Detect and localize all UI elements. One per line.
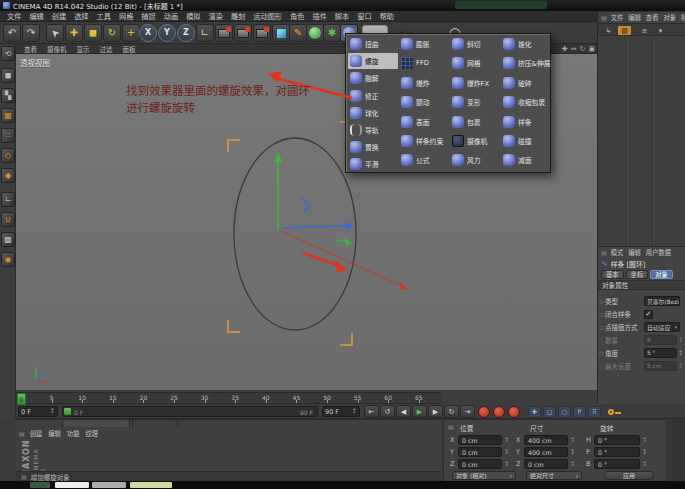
loop-button[interactable]: ↻	[444, 405, 459, 418]
texture-mode-icon[interactable]: ▚	[1, 88, 15, 103]
move-tool-icon[interactable]: ✚	[65, 24, 83, 42]
stepper-icon[interactable]: ↕	[678, 363, 683, 370]
zoom-view-icon[interactable]: ⇔	[571, 46, 577, 53]
play-forward-button[interactable]: ▶	[412, 405, 427, 418]
viewport-menu-item[interactable]: 显示	[73, 44, 94, 54]
menu-item-surface[interactable]: 表面	[399, 114, 449, 130]
menubar-item[interactable]: 创建	[48, 11, 70, 21]
dropdown-类型[interactable]: 贝塞尔(Bezier)▾	[644, 296, 680, 306]
lock-workplane-icon[interactable]: ◉	[1, 252, 15, 267]
field-角度[interactable]: 5 °	[644, 348, 677, 358]
model-mode-icon[interactable]: ◼	[1, 68, 15, 83]
autokey-button[interactable]	[493, 406, 505, 418]
menu-item-spherify[interactable]: 球化	[348, 105, 398, 121]
menu-item-explosion-fx[interactable]: 爆炸FX	[450, 75, 500, 91]
panel-tab-1[interactable]	[62, 419, 130, 427]
attribute-manager-menu-item[interactable]: 模式	[609, 248, 626, 257]
stepper-icon[interactable]: ↕	[642, 460, 647, 468]
menu-item-spline-deformer[interactable]: 样条	[501, 114, 551, 130]
om-layers-icon[interactable]: ≡	[638, 26, 651, 35]
stepper-icon[interactable]: ↕	[50, 408, 55, 415]
viewport-menu-item[interactable]: 过滤	[96, 44, 117, 54]
workplane-mode-icon[interactable]: ▦	[1, 108, 15, 123]
menu-item-twist[interactable]: 螺旋	[348, 53, 398, 69]
coords-space-dropdown[interactable]: 对象 (相对)▾	[452, 471, 516, 480]
goto-start-button[interactable]: ⇤	[364, 405, 379, 418]
stepper-icon[interactable]: ↕	[570, 460, 575, 468]
render-view-icon[interactable]	[215, 24, 233, 42]
undo-icon[interactable]: ↶	[3, 24, 21, 42]
viewport-menu-item[interactable]: 面板	[119, 44, 140, 54]
om-move-icon[interactable]: ↳	[602, 26, 615, 35]
subdivision-surface-icon[interactable]	[306, 24, 324, 42]
current-frame-field[interactable]: 0 F↕	[18, 406, 58, 417]
menu-item-wrap[interactable]: 包裹	[450, 114, 500, 130]
add-cube-icon[interactable]	[272, 24, 290, 42]
stepper-icon[interactable]: ↕	[504, 436, 509, 444]
coord-field[interactable]: 0 °	[594, 459, 640, 469]
menu-item-melt[interactable]: 融解	[348, 70, 398, 86]
playhead[interactable]: 0	[17, 393, 26, 405]
menu-item-spline-wrap[interactable]: 样条约束	[399, 133, 449, 149]
menubar-item[interactable]: 网格	[115, 11, 137, 21]
lock-y-axis-icon[interactable]: Y	[158, 24, 176, 42]
z-axis-handle[interactable]	[281, 231, 402, 286]
mograph-icon[interactable]: ✱	[323, 24, 341, 42]
menubar-item[interactable]: 文件	[3, 11, 25, 21]
dropdown-点插值方式[interactable]: 自动适应▾	[644, 322, 680, 332]
record-keyframe-button[interactable]	[478, 406, 490, 418]
menubar-item[interactable]: 捕捉	[137, 11, 159, 21]
timeline-range-slider[interactable]: 0 F 90 F	[62, 406, 318, 417]
menubar-item[interactable]: 脚本	[331, 11, 353, 21]
tab-对象[interactable]: 对象	[650, 270, 673, 279]
toggle-rotation-button[interactable]: ○	[558, 406, 571, 418]
lock-z-axis-icon[interactable]: Z	[177, 24, 195, 42]
toggle-position-button[interactable]: ✚	[528, 406, 541, 418]
materials-menu-item[interactable]: 编辑	[46, 429, 63, 438]
toggle-pla-button[interactable]: ⠿	[588, 406, 601, 418]
menubar-item[interactable]: 角色	[286, 11, 308, 21]
stepper-icon[interactable]: ↕	[570, 448, 575, 456]
coord-field[interactable]: 400 cm	[524, 447, 568, 457]
stepper-icon[interactable]: ↕	[678, 337, 683, 344]
end-frame-field[interactable]: 90 F↕	[322, 406, 360, 417]
materials-menu-item[interactable]: 功能	[65, 429, 82, 438]
coords-size-dropdown[interactable]: 绝对尺寸▾	[526, 471, 582, 480]
circle-spline[interactable]	[234, 138, 356, 330]
menu-item-taper[interactable]: 锥化	[501, 36, 551, 52]
menu-item-polygon-reduction[interactable]: 减面	[501, 152, 551, 168]
viewport-menu-item[interactable]: 查看	[20, 44, 41, 54]
tab-坐标[interactable]: 坐标	[626, 270, 649, 279]
texture-axis-icon[interactable]: ▩	[1, 232, 15, 247]
tab-基本[interactable]: 基本	[601, 270, 624, 279]
render-settings-icon[interactable]	[234, 24, 252, 42]
rotate-tool-icon[interactable]: ↻	[103, 24, 121, 42]
om-filter-icon[interactable]: ▨	[618, 26, 631, 35]
coordinate-system-icon[interactable]: ∟	[196, 24, 214, 42]
edges-mode-icon[interactable]: ◇	[1, 148, 15, 163]
pan-view-icon[interactable]: ✚	[562, 46, 568, 53]
menu-item-collision[interactable]: 碰撞	[501, 133, 551, 149]
stepper-icon[interactable]: ↕	[352, 408, 357, 415]
menu-item-smoothing[interactable]: 平滑	[348, 156, 398, 172]
coord-field[interactable]: 0 °	[594, 447, 640, 457]
menu-item-ffd[interactable]: FFD	[399, 55, 449, 71]
maximize-view-icon[interactable]: ▣	[588, 46, 595, 53]
toggle-scale-button[interactable]: ◻	[543, 406, 556, 418]
object-manager-menu-item[interactable]: 对象	[661, 13, 678, 22]
stepper-icon[interactable]: ↕	[642, 436, 647, 444]
stepper-icon[interactable]: ↕	[678, 350, 683, 357]
viewport-menu-item[interactable]: 摄像机	[43, 44, 71, 54]
object-manager-menu-item[interactable]: 标签	[679, 13, 685, 22]
stepper-icon[interactable]: ↕	[642, 448, 647, 456]
panel-tab-2[interactable]	[132, 419, 178, 427]
range-slider-thumb[interactable]	[64, 408, 71, 415]
menu-item-displacer[interactable]: 置换	[348, 139, 398, 155]
render-queue-icon[interactable]	[253, 24, 271, 42]
timeline-ruler[interactable]: 0 5101520253035404550556065	[16, 392, 441, 404]
menubar-item[interactable]: 选择	[70, 11, 92, 21]
menu-item-mesh[interactable]: 网格	[450, 55, 500, 71]
menubar-item[interactable]: 运动图形	[249, 11, 286, 21]
apply-button[interactable]: 应用	[604, 471, 654, 480]
play-backwards-button[interactable]: ↺	[380, 405, 395, 418]
